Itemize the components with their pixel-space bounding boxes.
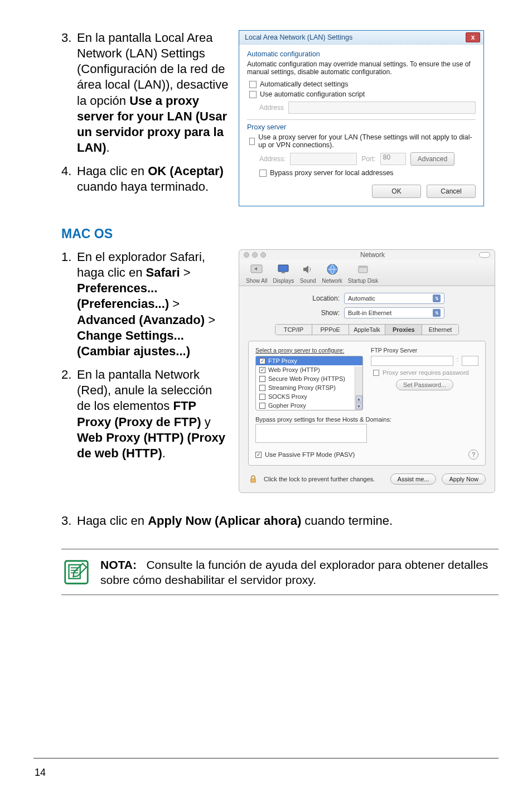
proxy-item-http[interactable]: Web Proxy (HTTP) [256,365,362,374]
scroll-down-icon[interactable]: ▼ [356,403,362,409]
use-proxy-checkbox[interactable] [249,138,255,145]
auto-detect-checkbox[interactable] [249,81,257,88]
ok-button[interactable]: OK [372,185,421,198]
tab-appletalk[interactable]: AppleTalk [349,325,386,335]
checkbox-icon[interactable] [259,385,265,391]
ftp-proxy-server-label: FTP Proxy Server [371,347,478,354]
advanced-button[interactable]: Advanced [410,152,454,166]
toolbar-displays[interactable]: Displays [273,262,294,284]
checkbox-icon[interactable] [259,376,265,382]
svg-rect-2 [282,272,285,273]
show-label: Show: [289,309,340,317]
location-select[interactable]: Automatic⇅ [344,293,444,304]
sound-icon [299,262,316,277]
lan-title: Local Area Network (LAN) Settings [245,33,352,41]
proxy-item-socks[interactable]: SOCKS Proxy [256,392,362,401]
lbl: Secure Web Proxy (HTTPS) [268,375,345,382]
pasv-label: Use Passive FTP Mode (PASV) [265,451,355,458]
t: y [201,415,211,429]
checkbox-icon[interactable] [259,358,265,364]
scrollbar[interactable]: ▲▼ [355,366,362,410]
show-select[interactable]: Built-in Ethernet⇅ [344,307,444,318]
help-icon[interactable]: ? [468,450,478,460]
require-password-label: Proxy server requires password [383,369,469,376]
back-icon [248,262,265,277]
port-label: Port: [361,155,375,163]
lbl: Show All [246,278,267,284]
list-num: 1. [61,249,77,359]
bypass-checkbox[interactable] [259,170,267,177]
chevron-updown-icon: ⇅ [433,309,441,317]
toolbar-toggle[interactable] [479,252,490,258]
tab-pppoe[interactable]: PPPoE [312,325,349,335]
port-input[interactable]: 80 [380,153,406,165]
toolbar-network[interactable]: Network [322,262,342,284]
list-text: En la pantalla Local Area Network (LAN) … [77,30,229,156]
tab-proxies[interactable]: Proxies [385,325,422,335]
tab-tcpip[interactable]: TCP/IP [275,325,312,335]
pasv-checkbox[interactable] [255,452,262,458]
proxy-item-ftp[interactable]: FTP Proxy [256,356,362,365]
proxy-item-https[interactable]: Secure Web Proxy (HTTPS) [256,374,362,383]
svg-rect-6 [251,479,256,482]
set-password-button[interactable]: Set Password... [396,379,453,390]
t-bold: Preferences... (Preferencias...) [77,281,169,311]
disk-icon [355,262,371,277]
lbl: Sound [300,278,316,284]
assist-me-button[interactable]: Assist me... [390,474,437,485]
proxy-address-input[interactable] [290,153,357,165]
network-icon [324,262,341,277]
t-bold: Safari [146,265,180,279]
list-num: 3. [61,30,77,156]
ftp-proxy-port-input[interactable] [462,356,478,366]
auto-config-desc: Automatic configuration may override man… [247,60,476,76]
page-number: 14 [35,767,46,779]
val: Automatic [348,295,375,302]
t: cuando termine. [301,514,393,528]
proxy-item-rtsp[interactable]: Streaming Proxy (RTSP) [256,383,362,392]
t: cuando haya terminado. [77,180,209,194]
t: Haga clic en [77,514,148,528]
scroll-up-icon[interactable]: ▲ [356,395,362,402]
tab-ethernet[interactable]: Ethernet [422,325,458,335]
t-bold: OK (Aceptar) [148,164,224,178]
t-bold: Apply Now (Aplicar ahora) [148,514,301,528]
bypass-hosts-input[interactable] [255,424,367,443]
ftp-proxy-host-input[interactable] [371,356,453,366]
t-bold: Change Settings... (Cambiar ajustes...) [77,328,190,358]
auto-script-checkbox[interactable] [249,91,257,98]
auto-config-legend: Automatic configuration [247,50,476,58]
chevron-updown-icon: ⇅ [433,294,441,302]
lock-icon[interactable] [248,474,258,484]
auto-detect-label: Automatically detect settings [260,80,348,88]
svg-rect-1 [278,265,288,272]
toolbar-show-all[interactable]: Show All [246,262,267,284]
checkbox-icon[interactable] [259,367,265,373]
traffic-lights[interactable] [244,252,266,258]
proxy-item-gopher[interactable]: Gopher Proxy [256,401,362,410]
step-3: 3. Haga clic en Apply Now (Aplicar ahora… [61,513,499,529]
val: Built-in Ethernet [348,310,391,316]
display-icon [275,262,292,277]
address-label: Address [259,104,284,112]
lbl: Web Proxy (HTTP) [268,366,320,373]
address-input[interactable] [288,102,476,114]
proxy-list[interactable]: FTP Proxy Web Proxy (HTTP) Secure Web Pr… [255,356,363,410]
t-bold: Advanced (Avanzado) [77,313,205,327]
apply-now-button[interactable]: Apply Now [442,474,486,485]
network-tabs: TCP/IP PPPoE AppleTalk Proxies Ethernet [275,324,459,335]
close-button[interactable]: x [466,32,480,42]
lbl: SOCKS Proxy [268,393,307,400]
lbl: FTP Proxy [268,357,297,364]
toolbar-startup-disk[interactable]: Startup Disk [348,262,378,284]
lbl: Gopher Proxy [268,402,306,409]
checkbox-icon[interactable] [259,394,265,400]
toolbar-sound[interactable]: Sound [299,262,316,284]
footer-divider [33,758,499,758]
require-password-checkbox[interactable] [373,370,379,376]
checkbox-icon[interactable] [259,403,265,409]
cancel-button[interactable]: Cancel [427,185,476,198]
lbl: Displays [273,278,294,284]
note-text: Consulte la función de ayuda del explora… [100,558,488,586]
use-proxy-label: Use a proxy server for your LAN (These s… [258,133,476,149]
